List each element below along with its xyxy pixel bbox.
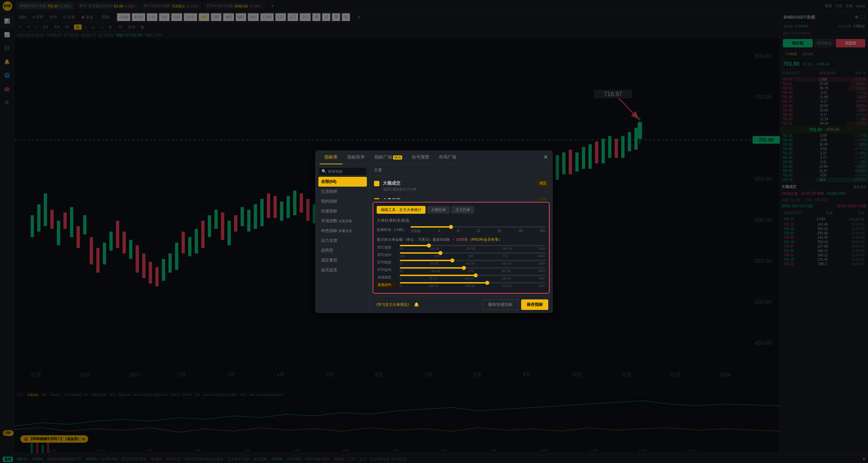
modal-tab-signals[interactable]: 信号预警 [407,151,434,164]
sub-tab-large-orders[interactable]: 大额托单 [427,206,450,214]
dur-opt-4: 4 [438,229,440,234]
modal-categories: 🔍 全部(68)已选指标我的指标快捷指标市场指数 火热升级特色指标 多重会员压力… [316,165,370,313]
afl-slider-2[interactable]: 2593.75162.50231.25300+ [400,260,546,265]
afl-val-3-1: 162.50 [431,269,440,273]
category-special[interactable]: 特色指标 多重会员 [318,226,367,236]
afl-slider-0[interactable]: 35151.25267.50383.75500+ [400,245,546,250]
learn-link[interactable]: 《学习主力大单用法》 [374,302,411,307]
filter-title: 大单柱单时长筛选 [377,218,546,224]
afl-label-3: ETH合约 [377,267,397,273]
sub-panel: 画线工具 - 主力大单统计 大额托单 主力托单 大单柱单时长筛选 挂单时长（小时… [373,202,550,294]
afl-val-1-2: 550 [468,254,473,258]
afl-val-2-2: 162.50 [466,262,475,265]
modal-right: 主要 ✓ 大额成交 追踪已成交的主力大单 成交 ✓ 全量深度 量力叠加，市场深度… [370,165,552,313]
dur-opt-0: 不限制 [411,229,421,234]
afl-val-4-4: 300+ [539,277,546,280]
category-quick[interactable]: 快捷指标 [318,206,367,216]
modal-search[interactable]: 🔍 [318,167,367,175]
duration-label: 挂单时长（小时） [377,227,407,232]
indicator-checkbox-big-order[interactable]: ✓ [374,181,379,186]
modal-tab-layouts[interactable]: 布局广场 [434,151,461,164]
sub-tab-drawing[interactable]: 画线工具 - 主力大单统计 [377,206,426,214]
dur-opt-20: 20 [519,229,522,234]
afl-val-0-3: 383.75 [502,247,512,250]
dur-opt-16: 16 [498,229,501,234]
modal-right-header: 主要 [370,165,552,176]
dur-opt-24: 24+ [540,229,546,234]
indicator-checkbox-volume-depth[interactable]: ✓ [374,198,379,199]
category-market[interactable]: 市场指数 火热升级 [318,216,367,226]
afl-val-3-2: 275 [468,269,473,273]
afl-val-5-4: 500+ [539,284,546,288]
afl-val-5-3: 376.25 [502,284,512,288]
afl-val-5-2: 252.50 [466,284,475,288]
dur-opt-8: 8 [457,229,459,234]
afl-val-3-3: 387.50 [501,269,511,273]
modal-body: 🔍 全部(68)已选指标我的指标快捷指标市场指数 火热升级特色指标 多重会员压力… [316,165,552,313]
category-trend[interactable]: 趋势型 [318,246,367,255]
afl-val-0-0: 35 [400,247,403,250]
dur-opt-12: 12 [476,229,480,234]
indicator-item-volume-depth[interactable]: ✓ 全量深度 量力叠加，市场深度一目了然 全量 [370,195,552,199]
amount-row-3: ETH合约 50162.50275387.50500+ [377,267,546,273]
save-indicator-btn[interactable]: 保存指标 [521,299,548,310]
afl-slider-3[interactable]: 50162.50275387.50500+ [400,267,546,273]
duration-filter: 大单柱单时长筛选 挂单时长（小时） 不限制 4 [377,218,546,234]
afl-val-4-2: 150.50 [465,277,474,280]
afl-val-1-4: 1000+ [537,254,546,258]
afl-label-0: BTC现货 [377,245,397,250]
afl-val-1-0: 100 [400,254,405,258]
afl-slider-4[interactable]: 175.75150.50225.25300+ [400,275,546,280]
modal-footer: 《学习主力大单用法》 🔔 删除快捷指标 保存指标 [370,296,552,313]
afl-label-4: 其他现货 [377,275,397,280]
modal-overlay[interactable]: 指标库指标胜率指标广场NEW信号预警布局广场 ✕ 🔍 全部(68)已选指标我的指… [0,0,868,463]
amount-section: 显示的大单金额（单位：万美元）最多500条 → 1000条（PRO年会员专享） … [377,237,546,288]
afl-val-0-4: 500+ [539,247,546,250]
category-selected[interactable]: 已选指标 [318,187,367,196]
amount-row-1: BTC合约 1003255507751000+ [377,252,546,258]
modal-close-btn[interactable]: ✕ [543,153,548,161]
amount-title: 显示的大单金额（单位：万美元）最多500条 → 1000条（PRO年会员专享） [377,237,546,242]
indicator-name-volume-depth: 全量深度 [383,197,534,199]
afl-label-2: ETH现货 [377,260,397,265]
search-input[interactable] [328,169,364,173]
afl-val-4-3: 225.25 [501,277,511,280]
category-pressure[interactable]: 压力支撑 [318,236,367,246]
afl-slider-1[interactable]: 1003255507751000+ [400,252,546,258]
afl-val-1-3: 775 [503,254,508,258]
afl-label-5: 其他合约 [377,282,397,288]
category-buy-sell[interactable]: 超买超卖 [318,265,367,275]
indicator-name-big-order: 大额成交 [383,180,534,186]
afl-val-4-0: 1 [400,277,401,280]
afl-val-3-0: 50 [400,269,403,273]
afl-slider-5[interactable]: 5128.75252.50376.25500+ [400,282,546,288]
amount-row-2: ETH现货 2593.75162.50231.25300+ [377,260,546,265]
indicator-desc-big-order: 追踪已成交的主力大单 [383,187,534,192]
modal-tab-indicators[interactable]: 指标库 [320,151,342,164]
afl-val-3-4: 500+ [539,269,546,273]
sub-tab-main-orders[interactable]: 主力托单 [451,206,474,214]
delete-indicator-btn[interactable]: 删除快捷指标 [482,299,518,310]
indicator-tag-volume-depth: 全量 [537,197,548,199]
duration-slider[interactable]: 不限制 4 8 12 16 20 24+ [411,226,546,234]
category-my[interactable]: 我的指标 [318,196,367,206]
indicator-info-big-order: 大额成交 追踪已成交的主力大单 [383,180,534,192]
category-all[interactable]: 全部(68) [318,177,367,187]
afl-val-2-4: 300+ [539,262,546,265]
bell-icon[interactable]: 🔔 [414,302,419,307]
indicator-tag-big-order: 成交 [537,180,548,186]
afl-val-2-0: 25 [400,262,403,265]
afl-val-5-1: 128.75 [429,284,438,288]
indicator-item-big-order[interactable]: ✓ 大额成交 追踪已成交的主力大单 成交 [370,177,552,195]
indicator-info-volume-depth: 全量深度 量力叠加，市场深度一目了然 [383,197,534,199]
afl-val-2-3: 231.25 [502,262,512,265]
indicator-modal: 指标库指标胜率指标广场NEW信号预警布局广场 ✕ 🔍 全部(68)已选指标我的指… [315,150,553,313]
modal-tab-win-rate[interactable]: 指标胜率 [342,151,370,164]
modal-tab-marketplace[interactable]: 指标广场NEW [370,151,407,164]
afl-val-4-1: 75.75 [429,277,437,280]
category-volume[interactable]: 成交量型 [318,255,367,265]
indicator-list: ✓ 大额成交 追踪已成交的主力大单 成交 ✓ 全量深度 量力叠加，市场深度一目了… [370,176,552,199]
modal-tabs: 指标库指标胜率指标广场NEW信号预警布局广场 ✕ [316,151,552,165]
sub-panel-tabs: 画线工具 - 主力大单统计 大额托单 主力托单 [377,206,546,214]
amount-row-0: BTC现货 35151.25267.50383.75500+ [377,245,546,250]
